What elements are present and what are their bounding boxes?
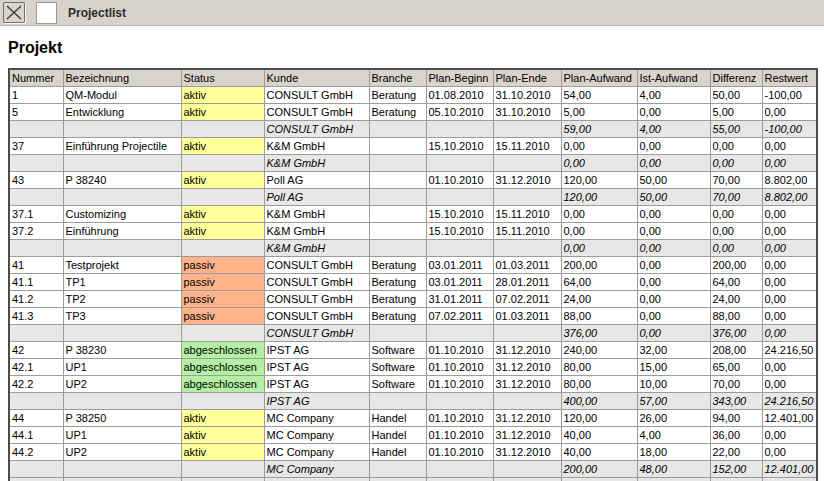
cell-plan-ende: 07.02.2011 <box>493 291 561 308</box>
cell-plan-beginn: 15.10.2010 <box>426 206 493 223</box>
cell-plan-aufwand: 400,00 <box>561 393 637 410</box>
cell-ist-aufwand: 50,00 <box>637 172 710 189</box>
customer-link[interactable]: CONSULT GmbH <box>264 274 369 291</box>
cell-plan-beginn: 01.10.2010 <box>426 172 493 189</box>
cell-ist-aufwand: 18,00 <box>637 444 710 461</box>
cell-differenz: 55,00 <box>710 121 762 138</box>
cell-branche: Beratung <box>369 104 426 121</box>
table-row: 42.1UP1abgeschlossenIPST AGSoftware01.10… <box>9 359 817 376</box>
cell-plan-aufwand: 54,00 <box>561 87 637 104</box>
cell-branche <box>369 189 426 206</box>
cell-plan-beginn: 01.10.2010 <box>426 444 493 461</box>
cell-branche <box>369 223 426 240</box>
cell-differenz: 24,00 <box>710 291 762 308</box>
table-row: 37.1CustomizingaktivK&M GmbH15.10.201015… <box>9 206 817 223</box>
customer-link[interactable]: IPST AG <box>264 342 369 359</box>
cell-branche <box>369 461 426 478</box>
cell-differenz: 0,00 <box>710 206 762 223</box>
status-badge <box>181 461 264 478</box>
table-row: 5EntwicklungaktivCONSULT GmbHBeratung05.… <box>9 104 817 121</box>
status-badge <box>181 478 264 481</box>
tab-checkbox[interactable] <box>36 2 57 24</box>
cell-plan-beginn: 15.10.2010 <box>426 138 493 155</box>
status-badge: passiv <box>181 257 264 274</box>
cell-bezeichnung <box>63 393 181 410</box>
cell-branche: Software <box>369 342 426 359</box>
cell-branche: Handel <box>369 444 426 461</box>
cell-differenz: 70,00 <box>710 376 762 393</box>
customer-link: K&M GmbH <box>264 240 369 257</box>
customer-link[interactable]: MC Company <box>264 444 369 461</box>
cell-nummer: 1 <box>9 87 63 104</box>
cell-branche <box>369 478 426 481</box>
cell-restwert: 24.216,50 <box>762 393 817 410</box>
status-badge: aktiv <box>181 427 264 444</box>
cell-plan-aufwand: 88,00 <box>561 308 637 325</box>
cell-plan-aufwand: 120,00 <box>561 189 637 206</box>
customer-link[interactable]: IPST AG <box>264 376 369 393</box>
status-badge: passiv <box>181 308 264 325</box>
column-header-plan-aufwand: Plan-Aufwand <box>561 69 637 87</box>
status-badge: aktiv <box>181 87 264 104</box>
customer-link[interactable]: MC Company <box>264 410 369 427</box>
subtotal-row: K&M GmbH0,000,000,000,00 <box>9 155 817 172</box>
cell-restwert: 0,00 <box>762 155 817 172</box>
cell-restwert: -100,00 <box>762 87 817 104</box>
cell-nummer: 44 <box>9 410 63 427</box>
customer-link[interactable]: IPST AG <box>264 359 369 376</box>
customer-link[interactable]: CONSULT GmbH <box>264 291 369 308</box>
cell-plan-aufwand: 200,00 <box>561 461 637 478</box>
cell-plan-aufwand: 0,00 <box>561 206 637 223</box>
window-titlebar: Projectlist <box>0 0 824 26</box>
customer-link[interactable]: CONSULT GmbH <box>264 87 369 104</box>
column-header-restwert: Restwert <box>762 69 817 87</box>
close-button[interactable] <box>3 2 25 23</box>
status-badge <box>181 189 264 206</box>
cell-nummer: 42.2 <box>9 376 63 393</box>
cell-plan-ende: 15.11.2010 <box>493 223 561 240</box>
customer-link[interactable]: K&M GmbH <box>264 206 369 223</box>
column-header-branche: Branche <box>369 69 426 87</box>
cell-plan-ende <box>493 461 561 478</box>
status-badge: abgeschlossen <box>181 376 264 393</box>
cell-ist-aufwand: 0,00 <box>637 240 710 257</box>
customer-link[interactable]: CONSULT GmbH <box>264 308 369 325</box>
cell-branche <box>369 240 426 257</box>
customer-link[interactable]: K&M GmbH <box>264 223 369 240</box>
cell-plan-ende: 31.12.2010 <box>493 376 561 393</box>
cell-nummer: 37 <box>9 138 63 155</box>
cell-plan-beginn <box>426 478 493 481</box>
customer-link: CONSULT GmbH <box>264 121 369 138</box>
cell-bezeichnung: UP1 <box>63 427 181 444</box>
customer-link: MC Company <box>264 461 369 478</box>
customer-link[interactable]: K&M GmbH <box>264 138 369 155</box>
table-row: 44P 38250aktivMC CompanyHandel01.10.2010… <box>9 410 817 427</box>
cell-branche <box>369 393 426 410</box>
cell-plan-beginn: 01.08.2010 <box>426 87 493 104</box>
customer-link: Summe <box>264 478 369 481</box>
customer-link[interactable]: Poll AG <box>264 172 369 189</box>
cell-nummer <box>9 121 63 138</box>
cell-ist-aufwand: 159,00 <box>637 478 710 481</box>
cell-plan-aufwand: 240,00 <box>561 342 637 359</box>
cell-nummer: 37.2 <box>9 223 63 240</box>
column-header-bezeichnung: Bezeichnung <box>63 69 181 87</box>
cell-plan-beginn: 01.10.2010 <box>426 410 493 427</box>
cell-plan-ende: 15.11.2010 <box>493 138 561 155</box>
page-title: Projekt <box>8 39 824 57</box>
customer-link[interactable]: CONSULT GmbH <box>264 257 369 274</box>
table-header-row: NummerBezeichnungStatusKundeBranchePlan-… <box>9 69 817 87</box>
cell-differenz: 200,00 <box>710 257 762 274</box>
table-row: 41.1TP1passivCONSULT GmbHBeratung03.01.2… <box>9 274 817 291</box>
cell-restwert: 0,00 <box>762 444 817 461</box>
cell-bezeichnung: UP1 <box>63 359 181 376</box>
customer-link[interactable]: MC Company <box>264 427 369 444</box>
customer-link[interactable]: CONSULT GmbH <box>264 104 369 121</box>
cell-plan-ende: 31.12.2010 <box>493 172 561 189</box>
cell-differenz: 996,00 <box>710 478 762 481</box>
cell-ist-aufwand: 0,00 <box>637 291 710 308</box>
cell-ist-aufwand: 57,00 <box>637 393 710 410</box>
cell-plan-beginn <box>426 461 493 478</box>
cell-nummer <box>9 240 63 257</box>
cell-ist-aufwand: 50,00 <box>637 189 710 206</box>
